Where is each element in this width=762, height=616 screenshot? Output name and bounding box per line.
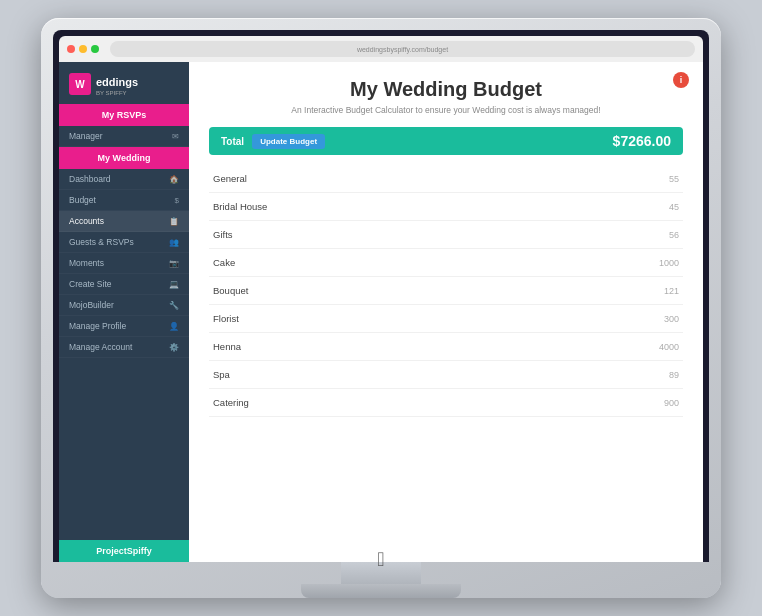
sidebar-item-manage-account[interactable]: Manage Account ⚙️ [59,337,189,358]
budget-row[interactable]: Cake1000 [209,249,683,277]
update-budget-button[interactable]: Update Budget [252,134,325,149]
create-site-label: Create Site [69,279,112,289]
apple-logo:  [341,548,421,571]
sidebar-item-moments[interactable]: Moments 📷 [59,253,189,274]
budget-row[interactable]: General55 [209,165,683,193]
traffic-lights [67,45,99,53]
total-label: Total [221,136,244,147]
budget-row[interactable]: Bouquet121 [209,277,683,305]
sidebar-item-manager[interactable]: Manager ✉ [59,126,189,147]
budget-row[interactable]: Bridal House45 [209,193,683,221]
budget-row-name: Cake [213,257,235,268]
dashboard-icon: 🏠 [169,175,179,184]
screen-bezel: weddingsbyspiffy.com/budget W eddings BY… [53,30,709,562]
minimize-dot[interactable] [79,45,87,53]
accounts-icon: 📋 [169,217,179,226]
close-dot[interactable] [67,45,75,53]
manage-account-icon: ⚙️ [169,343,179,352]
budget-total-bar: Total Update Budget $7266.00 [209,127,683,155]
mojobuilder-label: MojoBuilder [69,300,114,310]
budget-row-amount: 300 [664,314,679,324]
logo-icon: W [69,73,91,95]
manage-account-label: Manage Account [69,342,132,352]
budget-row-amount: 121 [664,286,679,296]
budget-row-amount: 1000 [659,258,679,268]
sidebar-footer[interactable]: ProjectSpiffy [59,540,189,562]
manage-profile-icon: 👤 [169,322,179,331]
logo-text-group: eddings BY SPIFFY [96,72,138,96]
budget-icon: $ [175,196,179,205]
stand-base [301,584,461,598]
sidebar-item-accounts[interactable]: Accounts 📋 [59,211,189,232]
moments-icon: 📷 [169,259,179,268]
budget-row[interactable]: Spa89 [209,361,683,389]
logo-name: eddings [96,76,138,88]
address-text: weddingsbyspiffy.com/budget [357,46,448,53]
stand-neck:  [341,562,421,584]
my-rsvps-btn[interactable]: My RSVPs [59,104,189,126]
budget-row-amount: 55 [669,174,679,184]
logo-sub: BY SPIFFY [96,90,138,96]
manage-profile-label: Manage Profile [69,321,126,331]
page-title: My Wedding Budget [209,78,683,101]
budget-row-amount: 89 [669,370,679,380]
monitor-outer: weddingsbyspiffy.com/budget W eddings BY… [41,18,721,598]
budget-row-name: Bridal House [213,201,267,212]
budget-table: General55Bridal House45Gifts56Cake1000Bo… [209,165,683,546]
sidebar-item-guests[interactable]: Guests & RSVPs 👥 [59,232,189,253]
budget-row[interactable]: Catering900 [209,389,683,417]
info-badge[interactable]: i [673,72,689,88]
budget-row-name: Spa [213,369,230,380]
budget-label: Budget [69,195,96,205]
sidebar-item-budget[interactable]: Budget $ [59,190,189,211]
budget-row-name: Catering [213,397,249,408]
budget-row-amount: 4000 [659,342,679,352]
address-bar[interactable]: weddingsbyspiffy.com/budget [110,41,695,57]
guests-icon: 👥 [169,238,179,247]
sidebar-item-mojobuilder[interactable]: MojoBuilder 🔧 [59,295,189,316]
dashboard-label: Dashboard [69,174,111,184]
budget-row-name: Florist [213,313,239,324]
my-wedding-section: My Wedding [59,147,189,169]
budget-row-name: Henna [213,341,241,352]
budget-row[interactable]: Henna4000 [209,333,683,361]
guests-label: Guests & RSVPs [69,237,134,247]
sidebar-logo: W eddings BY SPIFFY [59,62,189,104]
budget-row[interactable]: Florist300 [209,305,683,333]
moments-label: Moments [69,258,104,268]
sidebar: W eddings BY SPIFFY My RSVPs Manager ✉ M… [59,62,189,562]
main-content: i My Wedding Budget An Interactive Budge… [189,62,703,562]
mojobuilder-icon: 🔧 [169,301,179,310]
manager-label: Manager [69,131,103,141]
budget-row-amount: 45 [669,202,679,212]
maximize-dot[interactable] [91,45,99,53]
budget-row-amount: 900 [664,398,679,408]
sidebar-item-manage-profile[interactable]: Manage Profile 👤 [59,316,189,337]
manager-icon: ✉ [172,132,179,141]
page-subtitle: An Interactive Budget Calculator to ensu… [209,105,683,115]
accounts-label: Accounts [69,216,104,226]
app-container: W eddings BY SPIFFY My RSVPs Manager ✉ M… [59,62,703,562]
browser-chrome: weddingsbyspiffy.com/budget [59,36,703,62]
budget-row-name: Bouquet [213,285,248,296]
budget-row-amount: 56 [669,230,679,240]
create-site-icon: 💻 [169,280,179,289]
sidebar-item-dashboard[interactable]: Dashboard 🏠 [59,169,189,190]
budget-row-name: General [213,173,247,184]
logo-letter: W [75,79,84,90]
monitor-stand:  [41,562,721,598]
sidebar-item-create-site[interactable]: Create Site 💻 [59,274,189,295]
budget-row-name: Gifts [213,229,233,240]
total-amount: $7266.00 [613,133,671,149]
budget-row[interactable]: Gifts56 [209,221,683,249]
